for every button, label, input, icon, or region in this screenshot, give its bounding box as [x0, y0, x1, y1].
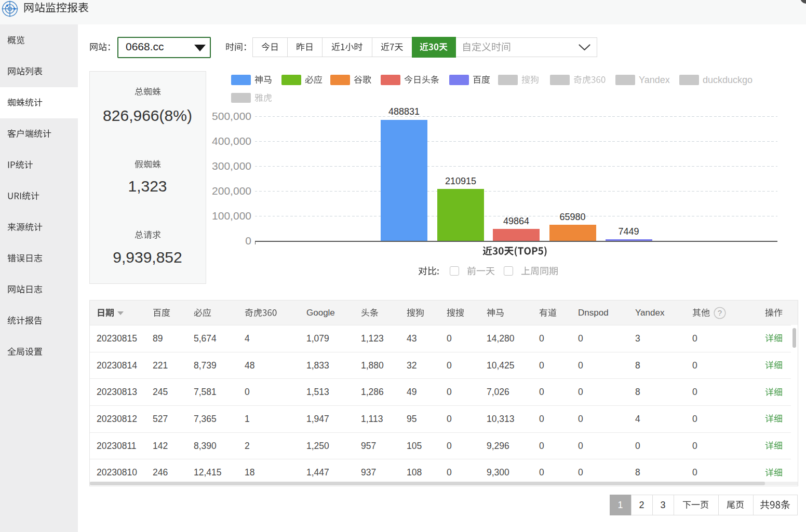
svg-text:?: ?: [718, 308, 722, 317]
